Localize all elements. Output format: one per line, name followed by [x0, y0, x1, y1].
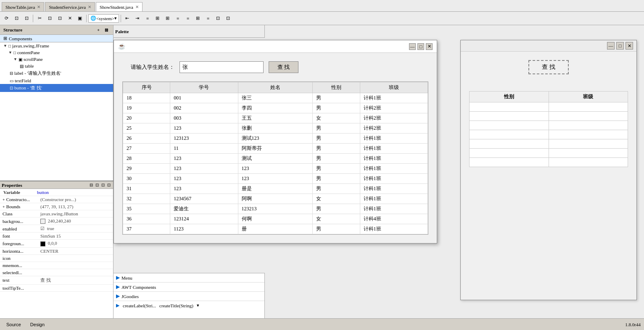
tree-item-contentpane[interactable]: ▼ □ contentPane — [0, 49, 113, 56]
toolbar-align-9[interactable]: ≡ — [203, 14, 213, 23]
modal-close-btn[interactable]: ✕ — [426, 43, 433, 50]
props-row-fg[interactable]: foregroun... 0,0,0 — [0, 240, 113, 247]
table-row[interactable]: 30123123男计科1班 — [123, 174, 428, 184]
table-row[interactable]: 28123测试男计科1班 — [123, 154, 428, 164]
source-tab-btn[interactable]: Source — [3, 321, 24, 328]
tree-item-table[interactable]: ▤ table — [0, 63, 113, 69]
tree-item-label[interactable]: ⊟ label - '请输入学生姓名' — [0, 69, 113, 77]
panel-icon-1[interactable]: + — [95, 26, 102, 33]
toolbar-align-2[interactable]: ⇥ — [133, 14, 142, 23]
palette-create-title[interactable]: createTitle(String) — [159, 303, 193, 308]
toolbar-btn-3[interactable]: ⊡ — [22, 14, 31, 23]
table-row[interactable]: 371123册男计科1班 — [123, 224, 428, 234]
right-close-btn[interactable]: ✕ — [626, 42, 633, 50]
props-row-horizontal[interactable]: horizonta... CENTER — [0, 247, 113, 254]
tab-showstudent[interactable]: ShowStudent.java ✕ — [96, 2, 143, 11]
tree-item-textfield[interactable]: ▭ textField — [0, 77, 113, 84]
panel-icon-2[interactable]: ⊠ — [103, 26, 110, 33]
props-row-class[interactable]: Class javax.swing.JButton — [0, 210, 113, 217]
modal-minimize-btn[interactable]: — — [409, 43, 416, 50]
table-cell-id: 1234567 — [170, 194, 238, 204]
toolbar-align-7[interactable]: ≡ — [183, 14, 193, 23]
palette-section-jgoodies[interactable]: ▶ JGoodies — [113, 292, 264, 301]
toolbar: ⟳ ⊡ ⊡ ✂ ⊡ ⊡ ✕ ▣ 🌐 <system> ▾ ⇤ ⇥ ≡ ⊞ ⊞ ≡… — [0, 12, 644, 25]
toolbar-align-8[interactable]: ⊞ — [193, 14, 203, 23]
table-row[interactable]: 19002李四男计科2班 — [123, 103, 428, 113]
table-cell-seq: 20 — [123, 113, 170, 123]
right-maximize-btn[interactable]: □ — [616, 42, 624, 50]
props-row-constructor[interactable]: +Constructo... (Constructor pro...) — [0, 196, 113, 203]
toolbar-align-6[interactable]: ≡ — [173, 14, 182, 23]
props-row-bounds[interactable]: +Bounds (477, 39, 113, 27) — [0, 203, 113, 210]
props-var-value: button — [37, 190, 110, 195]
toolbar-align-10[interactable]: ⊡ — [214, 14, 223, 23]
toolbar-align-5[interactable]: ⊞ — [163, 14, 172, 23]
col-name: 姓名 — [238, 82, 313, 93]
table-cell-gender: 男 — [313, 93, 360, 103]
toolbar-align-3[interactable]: ≡ — [143, 14, 152, 23]
toolbar-align-11[interactable]: ⊡ — [224, 14, 233, 23]
table-row[interactable]: 26123123测试123男计科1班 — [123, 134, 428, 144]
props-row-selected[interactable]: selectedl... — [0, 269, 113, 276]
palette-dropdown-icon[interactable]: ▾ — [197, 303, 199, 308]
modal-maximize-btn[interactable]: □ — [417, 43, 424, 50]
toolbar-btn-paste[interactable]: ⊡ — [55, 14, 64, 23]
props-key-enabled: enabled — [0, 225, 38, 233]
table-row[interactable]: 20003王五女计科2班 — [123, 113, 428, 123]
props-icon-3[interactable]: ⊡ — [100, 182, 106, 188]
table-body: 18001张三男计科1班19002李四男计科2班20003王五女计科2班2512… — [123, 93, 428, 234]
props-row-enabled[interactable]: enabled ☑ true — [0, 225, 113, 233]
table-row[interactable]: 36123124何啊女计科4班 — [123, 214, 428, 224]
props-icon-1[interactable]: ⊟ — [89, 182, 94, 188]
right-minimize-btn[interactable]: — — [607, 42, 615, 50]
table-row[interactable]: 35爱迪生123213男计科1班 — [123, 204, 428, 214]
toolbar-btn-copy[interactable]: ⊡ — [45, 14, 54, 23]
props-row-font[interactable]: font SimSun 15 — [0, 233, 113, 240]
props-row-text[interactable]: text 查 找 — [0, 276, 113, 284]
props-row-tooltip[interactable]: toolTipTe... — [0, 284, 113, 291]
tab-showtable-close[interactable]: ✕ — [37, 5, 40, 9]
tab-showstudent-close[interactable]: ✕ — [135, 5, 139, 9]
props-row-mnemonic[interactable]: mnemon... — [0, 262, 113, 269]
props-val-enabled: ☑ true — [38, 225, 113, 233]
tree-label-textfield: textField — [15, 78, 31, 83]
table-cell-class: 计科1班 — [360, 224, 428, 234]
tab-studentservice-close[interactable]: ✕ — [88, 5, 91, 9]
palette-section-menu[interactable]: ▶ Menu — [113, 273, 264, 283]
right-table-row — [470, 149, 628, 158]
design-tab-btn[interactable]: Design — [27, 321, 48, 328]
toolbar-btn-5[interactable]: ▣ — [75, 14, 84, 23]
tab-showtable[interactable]: ShowTable.java ✕ — [2, 2, 44, 11]
table-row[interactable]: 25123张删男计科2班 — [123, 123, 428, 134]
tree-item-scrollpane[interactable]: ▼ ▣ scrollPane — [0, 56, 113, 63]
tab-studentservice[interactable]: StudentService.java ✕ — [45, 2, 95, 11]
toolbar-system-dropdown[interactable]: 🌐 <system> ▾ — [88, 14, 119, 23]
props-row-bg[interactable]: backgrou... 240,240,240 — [0, 217, 113, 225]
props-icon-4[interactable]: ⊡ — [106, 182, 111, 188]
table-cell-gender: 女 — [313, 113, 360, 123]
search-input[interactable] — [179, 61, 264, 73]
table-cell-seq: 37 — [123, 224, 170, 234]
palette-create-label[interactable]: createLabel(Stri... — [123, 303, 156, 308]
search-button[interactable]: 查 找 — [269, 61, 298, 73]
props-val-fg: 0,0,0 — [38, 240, 113, 247]
table-row[interactable]: 31123册是男计科1班 — [123, 184, 428, 194]
toolbar-align-1[interactable]: ⇤ — [123, 14, 132, 23]
tree-item-jframe[interactable]: ▼ □ javax.swing.JFrame — [0, 42, 113, 49]
table-row[interactable]: 2711阿斯蒂芬男计科1班 — [123, 144, 428, 154]
toolbar-align-4[interactable]: ⊞ — [153, 14, 162, 23]
table-cell-id: 123124 — [170, 214, 238, 224]
toolbar-btn-1[interactable]: ⟳ — [2, 14, 11, 23]
palette-label: Palette — [115, 29, 129, 34]
toolbar-btn-2[interactable]: ⊡ — [12, 14, 21, 23]
right-search-btn[interactable]: 查 找 — [528, 60, 569, 74]
props-icon-2[interactable]: ⊡ — [95, 182, 100, 188]
palette-section-awt[interactable]: ▶ AWT Components — [113, 283, 264, 292]
table-row[interactable]: 321234567阿啊女计科1班 — [123, 194, 428, 204]
props-row-icon[interactable]: icon — [0, 254, 113, 262]
table-row[interactable]: 18001张三男计科1班 — [123, 93, 428, 103]
table-row[interactable]: 29123123男计科1班 — [123, 164, 428, 174]
toolbar-btn-cut[interactable]: ✂ — [35, 14, 44, 23]
tree-item-button[interactable]: ⊡ button - '查 找' — [0, 84, 113, 92]
toolbar-btn-delete[interactable]: ✕ — [65, 14, 74, 23]
